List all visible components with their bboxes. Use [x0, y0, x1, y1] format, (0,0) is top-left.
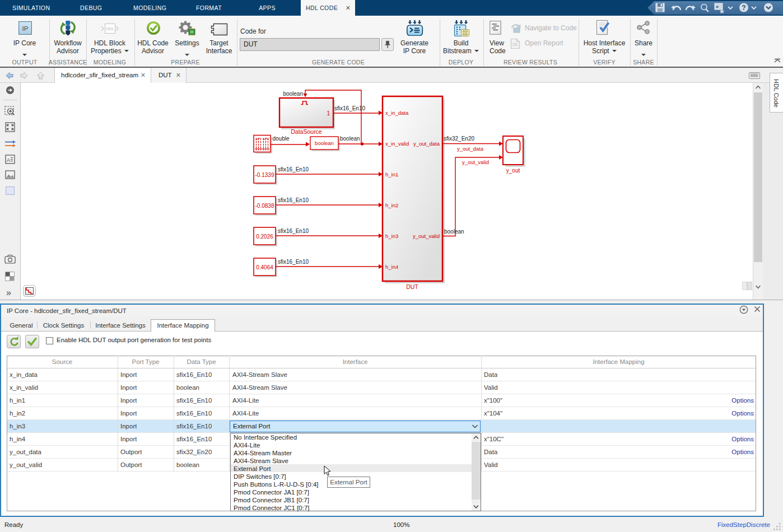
- svg-text:HDL: HDL: [106, 27, 114, 31]
- svg-text:boolean: boolean: [340, 136, 360, 142]
- svg-text:»: »: [6, 288, 11, 297]
- svg-text:boolean: boolean: [315, 140, 334, 146]
- svg-text:boolean: boolean: [444, 228, 464, 235]
- svg-text:A: A: [7, 157, 10, 163]
- svg-text:010: 010: [463, 33, 468, 36]
- svg-text:y_out_valid: y_out_valid: [413, 233, 440, 239]
- svg-text:y_out_data: y_out_data: [457, 146, 484, 152]
- svg-text:double: double: [273, 136, 290, 142]
- svg-text:h_in2: h_in2: [385, 202, 398, 208]
- svg-text:x_in_valid: x_in_valid: [385, 141, 409, 147]
- svg-text:?: ?: [742, 4, 745, 12]
- svg-text:sfix16_En10: sfix16_En10: [278, 197, 309, 203]
- svg-text:y_out_valid: y_out_valid: [462, 159, 489, 165]
- svg-text:x_in_data: x_in_data: [385, 110, 409, 116]
- svg-text:1: 1: [327, 110, 330, 116]
- svg-text:sfix32_En20: sfix32_En20: [444, 136, 474, 142]
- svg-text:DataSource: DataSource: [291, 128, 322, 135]
- svg-text:DUT: DUT: [406, 283, 418, 290]
- svg-text:-0.0838: -0.0838: [255, 203, 274, 209]
- svg-text:0.4064: 0.4064: [256, 264, 273, 270]
- svg-text:y_out_data: y_out_data: [413, 141, 440, 147]
- svg-text:IP: IP: [22, 25, 29, 32]
- svg-text:h_in1: h_in1: [385, 171, 398, 178]
- svg-text:sfix16_En10: sfix16_En10: [278, 228, 309, 234]
- svg-text:boolean: boolean: [283, 91, 303, 97]
- svg-text:y_out: y_out: [506, 167, 520, 174]
- svg-text:-0.1339: -0.1339: [255, 172, 274, 178]
- svg-text:»: »: [716, 4, 719, 10]
- svg-text:sfix16_En10: sfix16_En10: [278, 166, 309, 172]
- svg-text:sfix16_En10: sfix16_En10: [334, 105, 365, 111]
- svg-text:h_in4: h_in4: [385, 264, 398, 270]
- svg-text:sfix16_En10: sfix16_En10: [278, 259, 309, 265]
- svg-text:0.2026: 0.2026: [256, 234, 273, 240]
- svg-text:h_in3: h_in3: [385, 233, 398, 239]
